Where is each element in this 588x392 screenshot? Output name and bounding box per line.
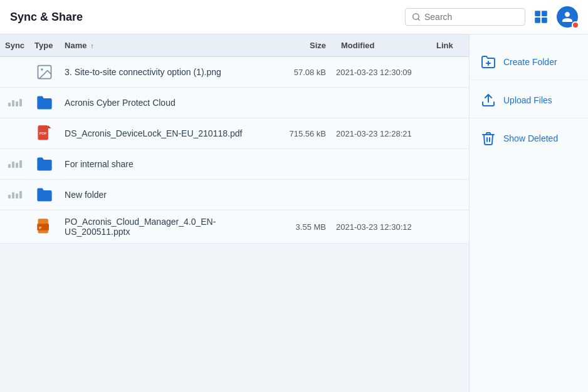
avatar-badge	[572, 21, 579, 29]
svg-point-7	[41, 68, 43, 71]
cell-link	[431, 180, 469, 210]
app-title: Sync & Share	[10, 11, 83, 24]
cell-sync	[0, 88, 29, 118]
pdf-icon: PDF	[36, 125, 53, 142]
col-header-size: Size	[268, 34, 331, 57]
cell-modified: 2021-03-23 12:30:09	[331, 57, 431, 88]
folder-icon	[36, 94, 53, 111]
cell-sync	[0, 180, 29, 210]
search-input[interactable]	[424, 12, 518, 22]
sidebar: Create Folder Upload Files Show Deleted	[469, 34, 588, 392]
user-icon	[561, 11, 574, 23]
header-right	[405, 6, 578, 28]
cell-type	[29, 180, 60, 210]
grid-view-button[interactable]	[533, 9, 549, 25]
sync-indicator	[8, 160, 22, 168]
cell-name: 3. Site-to-site connectivity option (1).…	[60, 57, 268, 88]
cell-modified: 2021-03-23 12:30:12	[331, 210, 431, 244]
show-deleted-label: Show Deleted	[503, 133, 558, 143]
grid-icon	[533, 9, 549, 25]
col-header-sync: Sync	[0, 34, 29, 57]
cell-type	[29, 149, 60, 180]
folder-icon	[36, 186, 53, 204]
cell-sync	[0, 210, 29, 244]
cell-size	[268, 180, 331, 210]
cell-link	[431, 149, 469, 180]
table-row[interactable]: 3. Site-to-site connectivity option (1).…	[0, 57, 469, 88]
cell-size: 3.55 MB	[268, 210, 331, 244]
cell-name: DS_Acronis_DeviceLock_EN-EU_210118.pdf	[60, 118, 268, 149]
user-avatar[interactable]	[557, 6, 578, 28]
cell-sync	[0, 118, 29, 149]
table-row[interactable]: Acronis Cyber Protect Cloud	[0, 88, 469, 118]
create-folder-label: Create Folder	[503, 57, 557, 67]
cell-link	[431, 88, 469, 118]
cell-name: PO_Acronis_Cloud_Manager_4.0_EN-US_20051…	[60, 210, 268, 244]
col-header-link: Link	[431, 34, 469, 57]
cell-link	[431, 57, 469, 88]
cell-link	[431, 210, 469, 244]
cell-sync	[0, 57, 29, 88]
svg-rect-2	[535, 11, 540, 16]
table-row[interactable]: New folder	[0, 180, 469, 210]
cell-name: New folder	[60, 180, 268, 210]
sync-indicator	[8, 99, 22, 106]
cell-link	[431, 118, 469, 149]
cell-size: 57.08 kB	[268, 57, 331, 88]
svg-line-1	[418, 19, 420, 21]
show-deleted-icon	[480, 130, 497, 147]
table-header-row: Sync Type Name ↑ Size Modified Link	[0, 34, 469, 57]
sort-arrow: ↑	[90, 42, 94, 49]
cell-type	[29, 88, 60, 118]
cell-name: For internal share	[60, 149, 268, 180]
file-table: Sync Type Name ↑ Size Modified Link	[0, 34, 469, 244]
create-folder-icon	[480, 53, 497, 71]
cell-name: Acronis Cyber Protect Cloud	[60, 88, 268, 118]
table-row[interactable]: For internal share	[0, 149, 469, 180]
cell-modified	[331, 180, 431, 210]
svg-rect-5	[542, 18, 547, 23]
table-row[interactable]: P PO_Acronis_Cloud_Manager_4.0_EN-US_200…	[0, 210, 469, 244]
show-deleted-button[interactable]: Show Deleted	[470, 121, 588, 156]
col-header-modified: Modified	[331, 34, 431, 57]
search-box[interactable]	[405, 8, 525, 26]
col-header-type: Type	[29, 34, 60, 57]
cell-type	[29, 57, 60, 88]
file-area: Sync Type Name ↑ Size Modified Link	[0, 34, 469, 392]
table-row[interactable]: PDF DS_Acronis_DeviceLock_EN-EU_210118.p…	[0, 118, 469, 149]
cell-size	[268, 88, 331, 118]
create-folder-button[interactable]: Create Folder	[470, 44, 588, 80]
cell-size	[268, 149, 331, 180]
folder-icon	[36, 155, 53, 173]
cell-sync	[0, 149, 29, 180]
app-header: Sync & Share	[0, 0, 588, 34]
cell-type: PDF	[29, 118, 60, 149]
svg-text:P: P	[39, 226, 41, 230]
cell-type: P	[29, 210, 60, 244]
search-icon	[412, 13, 421, 21]
sync-indicator	[8, 191, 22, 199]
cell-size: 715.56 kB	[268, 118, 331, 149]
pptx-icon: P	[36, 218, 53, 235]
upload-files-button[interactable]: Upload Files	[470, 83, 588, 118]
col-header-name[interactable]: Name ↑	[60, 34, 268, 57]
upload-files-label: Upload Files	[503, 95, 552, 105]
image-icon	[36, 63, 53, 81]
svg-rect-3	[542, 11, 547, 16]
main-content: Sync Type Name ↑ Size Modified Link	[0, 34, 588, 392]
cell-modified: 2021-03-23 12:28:21	[331, 118, 431, 149]
cell-modified	[331, 149, 431, 180]
cell-modified	[331, 88, 431, 118]
svg-text:PDF: PDF	[39, 132, 47, 135]
upload-files-icon	[480, 91, 497, 109]
svg-rect-4	[535, 18, 540, 23]
